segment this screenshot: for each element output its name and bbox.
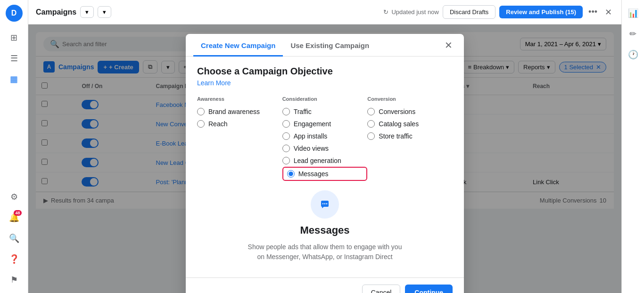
catalog-sales-label: Catalog sales [379,120,419,128]
page-title: Campaigns [36,8,76,16]
messages-description: Messages Show people ads that allow them… [197,181,453,269]
app-installs-option[interactable]: App installs [282,130,368,142]
engagement-option[interactable]: Engagement [282,118,368,130]
awareness-category: Awareness [197,96,282,102]
lead-generation-label: Lead generation [294,157,341,164]
traffic-radio[interactable] [282,108,290,115]
catalog-sales-radio[interactable] [367,120,375,128]
app-installs-label: App installs [294,132,328,140]
reach-radio[interactable] [197,120,205,128]
objectives-grid: Awareness Brand awareness Reach [197,96,453,181]
modal-tabs: Create New Campaign Use Existing Campaig… [186,34,464,57]
brand-awareness-radio[interactable] [197,108,205,115]
top-bar: Campaigns ▾ ▾ ↻ Updated just now Discard… [28,0,621,24]
right-sidebar: 📊 ✏ 🕐 [621,0,644,293]
modal-title: Choose a Campaign Objective [197,66,453,77]
main-content: Campaigns ▾ ▾ ↻ Updated just now Discard… [28,0,621,293]
sidebar-item-home[interactable]: ⊞ [6,29,23,46]
avatar[interactable]: D [6,5,23,22]
svg-point-2 [324,203,325,204]
filter-arrow: ▾ [103,8,106,16]
learn-more-link[interactable]: Learn More [197,79,231,87]
messages-option[interactable]: Messages [287,169,329,179]
content-area: 🔍 Mar 1, 2021 – Apr 6, 2021 ▾ A Campaign… [28,24,621,293]
conversion-category: Conversion [367,96,453,102]
review-publish-button[interactable]: Review and Publish (15) [499,6,583,18]
notification-badge: 48 [14,210,21,216]
reach-label: Reach [208,120,227,128]
svg-point-3 [326,203,327,204]
modal-footer: Cancel Continue [186,277,464,293]
messages-section-title: Messages [300,224,349,236]
update-text: Updated just now [391,8,438,16]
sidebar-item-bell[interactable]: 🔔 48 [6,209,23,226]
right-bar-chart-icon[interactable]: 📊 [625,5,642,22]
messages-icon-container [311,190,339,219]
sidebar-item-search[interactable]: 🔍 [6,230,23,247]
consideration-category: Consideration [282,96,368,102]
sidebar-item-settings[interactable]: ⚙ [6,188,23,205]
reach-option[interactable]: Reach [197,118,282,130]
cancel-button[interactable]: Cancel [362,285,401,293]
lead-generation-radio[interactable] [282,157,290,164]
messages-svg-icon [317,197,332,212]
sidebar-item-help[interactable]: ❓ [6,251,23,268]
refresh-icon: ↻ [383,8,388,16]
right-edit-icon[interactable]: ✏ [625,25,642,42]
video-views-option[interactable]: Video views [282,142,368,155]
consideration-column: Consideration Traffic Engagement [282,96,368,181]
awareness-column: Awareness Brand awareness Reach [197,96,282,181]
messages-highlight-box: Messages [282,167,368,181]
svg-point-1 [322,203,323,204]
traffic-label: Traffic [294,108,312,115]
continue-button[interactable]: Continue [405,285,453,293]
right-clock-icon[interactable]: 🕐 [625,46,642,63]
messages-section-description: Show people ads that allow them to engag… [245,242,405,262]
tab-create-new[interactable]: Create New Campaign [193,34,283,57]
update-status: ↻ Updated just now [383,8,438,16]
sidebar-item-grid[interactable]: ▦ [6,71,23,88]
conversion-column: Conversion Conversions Catalog sales [367,96,453,181]
catalog-sales-option[interactable]: Catalog sales [367,118,453,130]
messages-label: Messages [298,170,329,178]
conversions-label: Conversions [379,108,415,115]
conversions-radio[interactable] [367,108,375,115]
brand-awareness-option[interactable]: Brand awareness [197,106,282,118]
filter-dropdown[interactable]: ▾ [98,6,111,18]
store-traffic-option[interactable]: Store traffic [367,130,453,142]
conversions-option[interactable]: Conversions [367,106,453,118]
brand-awareness-label: Brand awareness [208,108,260,115]
account-dropdown[interactable]: ▾ [80,6,94,18]
engagement-label: Engagement [294,120,331,128]
campaign-objective-modal: Create New Campaign Use Existing Campaig… [186,34,464,293]
dropdown-arrow: ▾ [85,8,89,16]
modal-body: Choose a Campaign Objective Learn More A… [186,57,464,277]
messages-radio[interactable] [287,170,295,178]
store-traffic-radio[interactable] [367,132,375,140]
video-views-label: Video views [294,145,329,152]
more-options-button[interactable]: ••• [586,5,599,19]
video-views-radio[interactable] [282,145,290,152]
close-top-button[interactable]: ✕ [603,5,614,19]
engagement-radio[interactable] [282,120,290,128]
store-traffic-label: Store traffic [379,132,412,140]
sidebar-item-flag[interactable]: ⚑ [6,271,23,288]
sidebar-item-menu[interactable]: ☰ [6,50,23,67]
tab-use-existing[interactable]: Use Existing Campaign [283,34,377,57]
lead-generation-option[interactable]: Lead generation [282,155,368,167]
modal-close-button[interactable]: ✕ [441,34,456,56]
app-installs-radio[interactable] [282,132,290,140]
traffic-option[interactable]: Traffic [282,106,368,118]
modal-overlay: Create New Campaign Use Existing Campaig… [28,24,621,293]
discard-drafts-button[interactable]: Discard Drafts [443,5,495,19]
left-sidebar: D ⊞ ☰ ▦ ⚙ 🔔 48 🔍 ❓ ⚑ [0,0,28,293]
